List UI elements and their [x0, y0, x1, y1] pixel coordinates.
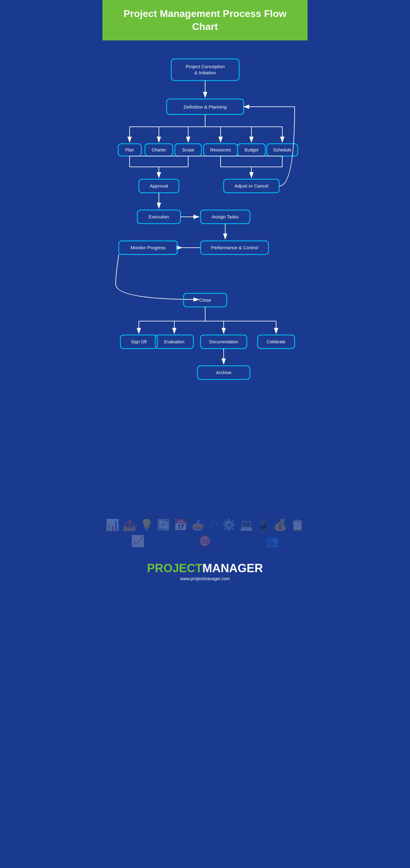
svg-text:Approval: Approval	[150, 183, 168, 188]
svg-text:Plan: Plan	[125, 148, 134, 152]
svg-text:Archive: Archive	[216, 370, 231, 375]
phone-icon: 📱	[256, 519, 270, 531]
brand-manager: MANAGER	[202, 562, 263, 575]
refresh-icon: 🔄	[157, 519, 170, 531]
header: Project Management Process Flow Chart	[102, 0, 308, 40]
svg-text:Project Conception: Project Conception	[185, 64, 225, 69]
coins-icon: 💰	[273, 519, 287, 531]
svg-text:Charter: Charter	[152, 148, 166, 152]
flowchart-svg: Project Conception & Initiation Definiti…	[109, 53, 301, 509]
footer-background-icons: 📊 📤 💡 🔄 📅 🥧 ⏱ ⚙️ 💻 📱 💰 📋 📈 🎯 👥	[102, 516, 308, 551]
svg-text:Sign Off: Sign Off	[131, 339, 146, 344]
brand-url: www.projectmanager.com	[108, 576, 302, 581]
code-icon: 💻	[240, 519, 253, 531]
pie-chart-icon: 🥧	[191, 519, 205, 531]
svg-text:Schedule: Schedule	[273, 148, 291, 152]
settings-icon: ⚙️	[222, 519, 236, 531]
svg-text:Monitor Progress: Monitor Progress	[130, 245, 165, 250]
clock-icon: ⏱	[208, 519, 219, 531]
chart-icon: 📊	[105, 519, 119, 531]
svg-text:Execution: Execution	[149, 214, 169, 219]
calendar-icon: 📅	[174, 519, 188, 531]
people-icon: 👥	[265, 534, 279, 548]
svg-text:Performance & Control: Performance & Control	[211, 245, 258, 250]
svg-text:Adjust or Cancel: Adjust or Cancel	[234, 183, 268, 188]
brand-project: PROJECT	[147, 562, 202, 575]
page-title: Project Management Process Flow Chart	[115, 7, 295, 33]
svg-text:Definition & Planning: Definition & Planning	[184, 104, 226, 110]
svg-text:& Initiation: & Initiation	[194, 70, 216, 75]
svg-text:Assign Tasks: Assign Tasks	[212, 214, 239, 219]
svg-text:Documentation: Documentation	[209, 339, 238, 344]
target-icon: 🎯	[198, 534, 212, 548]
svg-text:Resources: Resources	[210, 148, 231, 152]
brand-bar: PROJECTMANAGER www.projectmanager.com	[102, 559, 308, 583]
upload-icon: 📤	[123, 519, 136, 531]
svg-text:Celebrate: Celebrate	[266, 339, 285, 344]
list-icon: 📋	[291, 519, 305, 531]
graph-icon: 📈	[131, 534, 145, 548]
svg-text:Evaluation: Evaluation	[164, 339, 184, 344]
footer-icons-area: 📊 📤 💡 🔄 📅 🥧 ⏱ ⚙️ 💻 📱 💰 📋 📈 🎯 👥	[102, 509, 308, 559]
svg-text:Close: Close	[199, 297, 211, 303]
brand-logo: PROJECTMANAGER	[108, 562, 302, 575]
svg-text:Scope: Scope	[182, 148, 194, 152]
svg-text:Budget: Budget	[244, 148, 258, 152]
lightbulb-icon: 💡	[140, 519, 154, 531]
flowchart-container: Project Conception & Initiation Definiti…	[102, 40, 308, 509]
svg-rect-2	[171, 59, 239, 81]
